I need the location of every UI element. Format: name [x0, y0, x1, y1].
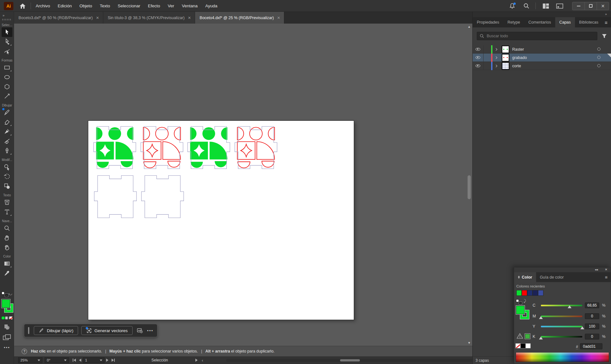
slider-value-input[interactable]: 0: [585, 313, 599, 319]
target-circle-icon[interactable]: [597, 56, 600, 59]
zoom-level-select[interactable]: 25%: [18, 357, 42, 363]
search-input[interactable]: [487, 34, 589, 38]
recent-color-swatch[interactable]: [527, 290, 533, 296]
menu-objeto[interactable]: Objeto: [79, 4, 92, 8]
horizontal-scrollbar-track[interactable]: [226, 359, 478, 362]
polygon-tool[interactable]: [2, 82, 12, 91]
panel-tab-comentarios[interactable]: Comentarios: [524, 17, 555, 27]
panel-tab-retype[interactable]: Retype: [503, 17, 524, 27]
recent-color-swatch[interactable]: [522, 290, 527, 296]
expand-chevron-icon[interactable]: [492, 65, 499, 67]
slider-thumb[interactable]: [539, 316, 543, 319]
ellipse-tool[interactable]: [2, 72, 12, 82]
fill-color-swatch[interactable]: [2, 299, 10, 308]
tile-engraved-red[interactable]: [140, 126, 184, 170]
fill-color-swatch[interactable]: [516, 306, 525, 314]
toolbar-expand-icon[interactable]: »: [3, 13, 4, 17]
document-tab-1[interactable]: Boceto3.dxf* @ 50 % (RGB/Previsualizar)✕: [14, 12, 103, 24]
menu-efecto[interactable]: Efecto: [148, 4, 160, 8]
layer-thumbnail[interactable]: [502, 46, 509, 53]
tile-engraved-red[interactable]: [234, 126, 278, 170]
hand-tool[interactable]: [2, 233, 12, 243]
menu-ayuda[interactable]: Ayuda: [205, 4, 217, 8]
color-mode-swatch[interactable]: [1, 316, 5, 320]
layer-row-grabado[interactable]: grabado: [473, 54, 611, 62]
color-panel-header[interactable]: ◂◂ ✕: [514, 267, 611, 272]
arrange-documents-icon[interactable]: [555, 2, 564, 10]
white-swatch[interactable]: [526, 343, 531, 348]
eyedropper-tool[interactable]: [2, 268, 12, 278]
status-chevron-icon[interactable]: ‹: [202, 358, 203, 363]
first-artboard-button[interactable]: [73, 359, 76, 362]
notifications-bell-icon[interactable]: [507, 2, 517, 10]
taskbar-drag-handle[interactable]: [28, 327, 29, 334]
slider-value-input[interactable]: 100: [585, 324, 599, 329]
more-tools-icon[interactable]: •••: [4, 345, 10, 350]
panel-tab-capas[interactable]: Capas: [555, 17, 575, 27]
canvas[interactable]: ▲ ▼ Dibujar (lápiz) Generar vectores: [14, 24, 472, 346]
lock-cell[interactable]: [484, 62, 491, 70]
layer-thumbnail[interactable]: [502, 62, 509, 69]
target-circle-icon[interactable]: [597, 47, 600, 51]
collapse-to-icons-icon[interactable]: ◂◂: [595, 268, 598, 271]
recent-color-swatch[interactable]: [533, 290, 538, 296]
expand-chevron-icon[interactable]: [492, 48, 499, 50]
color-spectrum-bar[interactable]: [516, 352, 609, 362]
artboard-number-select[interactable]: 1: [83, 357, 105, 363]
recent-color-swatch[interactable]: [538, 290, 543, 296]
tile-blank[interactable]: [93, 175, 137, 219]
draw-pencil-button[interactable]: Dibujar (lápiz): [34, 326, 78, 335]
scroll-down-icon[interactable]: ▼: [468, 341, 471, 345]
brush-tool[interactable]: [2, 127, 12, 136]
visibility-eye-icon[interactable]: [473, 54, 484, 62]
rotation-select[interactable]: 0°: [45, 357, 69, 363]
direct-selection-tool[interactable]: [2, 37, 12, 47]
curvature-tool[interactable]: [2, 136, 12, 146]
screen-mode-icon[interactable]: [3, 334, 11, 341]
panel-tab-propiedades[interactable]: Propiedades: [473, 17, 503, 27]
collapse-panels-icon[interactable]: »: [605, 12, 607, 16]
menu-ventana[interactable]: Ventana: [182, 4, 198, 8]
search-icon[interactable]: [521, 2, 531, 10]
slider-thumb[interactable]: [539, 337, 543, 339]
panel-menu-icon[interactable]: ≡: [605, 17, 611, 27]
rotate-tool[interactable]: [2, 172, 12, 181]
gradient-tool[interactable]: [2, 259, 12, 268]
document-tab-2[interactable]: Sin título-3 @ 38,3 % (CMYK/Previsualiza…: [103, 12, 195, 24]
previous-artboard-button[interactable]: [79, 359, 81, 362]
menu-seleccionar[interactable]: Seleccionar: [118, 4, 140, 8]
minimize-button[interactable]: [572, 2, 585, 10]
slider-track[interactable]: [541, 326, 582, 327]
shape-builder-tool[interactable]: [2, 181, 12, 191]
visibility-eye-icon[interactable]: [473, 62, 484, 70]
line-tool[interactable]: [2, 91, 12, 101]
rectangle-tool[interactable]: [2, 63, 12, 72]
eraser-tool[interactable]: [2, 117, 12, 127]
slider-track[interactable]: [541, 336, 582, 338]
type-tool[interactable]: [2, 207, 12, 217]
layer-row-Raster[interactable]: Raster: [473, 45, 611, 54]
pen-tool[interactable]: [2, 146, 12, 156]
tab-close-icon[interactable]: ✕: [277, 16, 280, 20]
menu-archivo[interactable]: Archivo: [36, 4, 50, 8]
menu-edicion[interactable]: Edición: [58, 4, 72, 8]
zoom-tool[interactable]: [2, 223, 12, 233]
status-play-icon[interactable]: [195, 359, 198, 362]
panel-tab-bibliotecas[interactable]: Bibliotecas: [575, 17, 602, 27]
menu-ver[interactable]: Ver: [168, 4, 174, 8]
filter-funnel-icon[interactable]: [601, 33, 607, 39]
slider-track[interactable]: [541, 316, 582, 317]
lock-cell[interactable]: [484, 54, 491, 62]
default-fill-stroke-icon[interactable]: [2, 292, 8, 297]
lock-cell[interactable]: [484, 45, 491, 54]
last-artboard-button[interactable]: [112, 359, 115, 362]
tab-color[interactable]: Color: [514, 272, 536, 282]
slider-value-input[interactable]: 0: [585, 334, 599, 339]
out-of-gamut-warning-icon[interactable]: [517, 333, 523, 339]
swap-fill-stroke-icon[interactable]: ⤸: [8, 293, 12, 295]
target-circle-icon[interactable]: [597, 64, 600, 67]
search-input-box[interactable]: [477, 32, 597, 40]
selection-tool[interactable]: [2, 27, 12, 37]
taskbar-more-icon[interactable]: •••: [147, 328, 154, 333]
none-mode-swatch[interactable]: [9, 316, 13, 320]
